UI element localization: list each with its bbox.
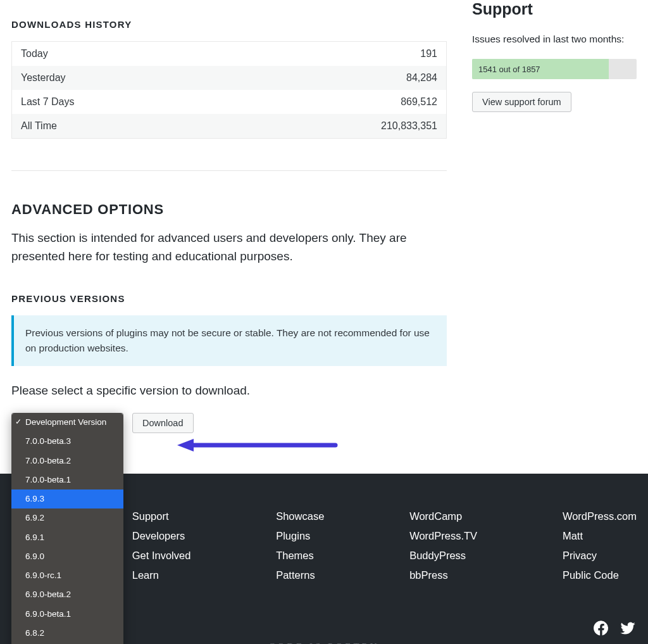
footer-link[interactable]: Public Code (563, 569, 637, 581)
download-row-label: Last 7 Days (12, 90, 225, 114)
version-dropdown[interactable]: Development Version7.0.0-beta.37.0.0-bet… (11, 413, 123, 644)
table-row: Last 7 Days869,512 (12, 90, 447, 114)
twitter-icon (619, 619, 637, 637)
support-resolved-bar: 1541 out of 1857 (472, 59, 637, 79)
version-option[interactable]: 6.9.0 (11, 547, 123, 566)
support-heading: Support (472, 0, 637, 18)
download-row-label: Yesterday (12, 66, 225, 90)
previous-versions-heading: PREVIOUS VERSIONS (11, 293, 447, 304)
version-option[interactable]: 6.9.0-rc.1 (11, 566, 123, 585)
footer-link[interactable]: Developers (132, 530, 191, 542)
download-row-label: All Time (12, 114, 225, 139)
advanced-options-heading: ADVANCED OPTIONS (11, 201, 447, 218)
footer-link[interactable]: Learn (132, 569, 191, 581)
version-option[interactable]: 6.9.2 (11, 508, 123, 527)
table-row: All Time210,833,351 (12, 114, 447, 139)
footer-link[interactable]: WordPress.TV (409, 530, 477, 542)
footer-tagline: CODE IS POETRY (268, 641, 379, 644)
annotation-arrow-icon (176, 437, 340, 453)
advanced-options-description: This section is intended for advanced us… (11, 229, 416, 265)
version-option[interactable]: 7.0.0-beta.2 (11, 451, 123, 470)
footer-link[interactable]: Support (132, 510, 191, 522)
version-option[interactable]: 6.8.2 (11, 624, 123, 643)
downloads-table: Today191Yesterday84,284Last 7 Days869,51… (11, 41, 447, 139)
version-select-prompt: Please select a specific version to down… (11, 384, 447, 398)
table-row: Yesterday84,284 (12, 66, 447, 90)
download-row-value: 210,833,351 (225, 114, 446, 139)
download-row-label: Today (12, 42, 225, 66)
downloads-history-heading: DOWNLOADS HISTORY (11, 19, 447, 30)
previous-versions-notice: Previous versions of plugins may not be … (11, 315, 447, 366)
footer-link[interactable]: Matt (563, 530, 637, 542)
svg-marker-1 (177, 439, 194, 451)
footer-link[interactable]: Privacy (563, 550, 637, 562)
footer-link[interactable]: Patterns (276, 569, 324, 581)
version-option[interactable]: Development Version (11, 413, 123, 432)
footer-link[interactable]: bbPress (409, 569, 477, 581)
support-resolved-fill: 1541 out of 1857 (472, 59, 609, 79)
download-row-value: 869,512 (225, 90, 446, 114)
facebook-icon (592, 619, 610, 637)
view-support-forum-button[interactable]: View support forum (472, 92, 571, 112)
version-option[interactable]: 6.9.1 (11, 528, 123, 547)
footer-link[interactable]: Themes (276, 550, 324, 562)
version-option[interactable]: 7.0.0-beta.1 (11, 470, 123, 489)
version-option[interactable]: 6.9.3 (11, 489, 123, 508)
twitter-link[interactable] (619, 619, 637, 640)
footer-link[interactable]: BuddyPress (409, 550, 477, 562)
table-row: Today191 (12, 42, 447, 66)
version-option[interactable]: 6.9.0-beta.2 (11, 585, 123, 604)
support-description: Issues resolved in last two months: (472, 34, 637, 45)
footer-link[interactable]: Showcase (276, 510, 324, 522)
footer-link[interactable]: Get Involved (132, 550, 191, 562)
footer-link[interactable]: WordPress.com (563, 510, 637, 522)
version-option[interactable]: 6.9.0-beta.1 (11, 605, 123, 624)
download-row-value: 191 (225, 42, 446, 66)
facebook-link[interactable] (592, 619, 610, 640)
version-option[interactable]: 7.0.0-beta.3 (11, 432, 123, 451)
download-row-value: 84,284 (225, 66, 446, 90)
footer-link[interactable]: Plugins (276, 530, 324, 542)
footer-link[interactable]: WordCamp (409, 510, 477, 522)
download-button[interactable]: Download (132, 413, 194, 433)
divider (11, 170, 447, 171)
